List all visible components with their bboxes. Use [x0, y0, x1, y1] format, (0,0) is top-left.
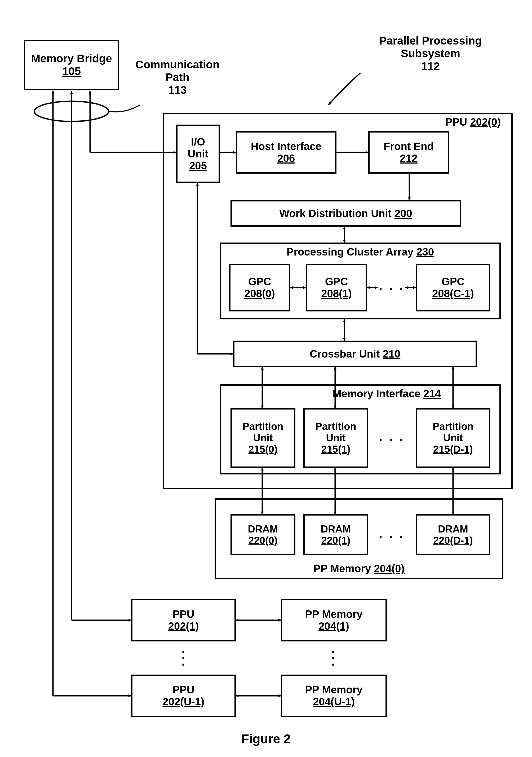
host-interface-box: Host Interface 206 [236, 131, 337, 174]
ppu-0-title: PPU 202(0) [445, 116, 501, 128]
host-interface-title: Host Interface [251, 140, 322, 152]
io-unit-line1: I/O [191, 136, 205, 148]
figure-caption: Figure 2 [0, 732, 532, 746]
pps-title: Parallel Processing Subsystem [364, 35, 497, 60]
io-unit-box: I/O Unit 205 [176, 125, 220, 183]
gpc-ellipsis: . . . [379, 278, 404, 293]
pp-memory-title: PP Memory 204(0) [216, 563, 502, 575]
partition-unit-0-box: Partition Unit 215(0) [230, 408, 295, 468]
ppu-vertical-ellipsis: ... [180, 646, 188, 664]
work-dist-label: Work Distribution Unit 200 [279, 207, 412, 220]
pp-memory-1-box: PP Memory 204(1) [281, 599, 387, 641]
mem-interface-title: Memory Interface 214 [221, 388, 499, 400]
comm-path-title: Communication Path [133, 58, 222, 84]
crossbar-unit-box: Crossbar Unit 210 [233, 341, 477, 367]
dram-ellipsis: . . . [379, 526, 404, 541]
gpc-0-box: GPC 208(0) [229, 264, 290, 312]
front-end-num: 212 [400, 152, 418, 164]
comm-path-num: 113 [133, 84, 222, 97]
ppu-1-box: PPU 202(1) [131, 599, 236, 641]
partition-unit-d-box: Partition Unit 215(D-1) [416, 408, 490, 468]
pps-num: 112 [364, 60, 497, 73]
dram-1-box: DRAM 220(1) [303, 514, 368, 555]
io-unit-num: 205 [189, 160, 207, 172]
partition-ellipsis: . . . [379, 429, 404, 444]
work-distribution-unit-box: Work Distribution Unit 200 [230, 200, 461, 227]
ppu-u-box: PPU 202(U-1) [131, 675, 236, 717]
svg-point-6 [34, 101, 109, 121]
gpc-c-box: GPC 208(C-1) [416, 264, 490, 312]
io-unit-line2: Unit [188, 148, 209, 160]
memory-bridge-title: Memory Bridge [31, 52, 112, 65]
communication-path-label: Communication Path 113 [133, 58, 222, 97]
dram-0-box: DRAM 220(0) [230, 514, 295, 555]
gpc-1-box: GPC 208(1) [306, 264, 367, 312]
partition-unit-1-box: Partition Unit 215(1) [303, 408, 368, 468]
pca-title: Processing Cluster Array 230 [221, 246, 499, 258]
front-end-title: Front End [384, 140, 434, 152]
crossbar-label: Crossbar Unit 210 [310, 348, 400, 360]
memory-bridge-box: Memory Bridge 105 [24, 40, 119, 90]
ppm-vertical-ellipsis: ... [330, 646, 338, 664]
pp-memory-u-box: PP Memory 204(U-1) [281, 675, 387, 717]
memory-bridge-num: 105 [62, 65, 81, 78]
parallel-processing-subsystem-label: Parallel Processing Subsystem 112 [364, 35, 497, 73]
host-interface-num: 206 [278, 152, 295, 164]
dram-d-box: DRAM 220(D-1) [416, 514, 490, 555]
front-end-box: Front End 212 [368, 131, 449, 174]
